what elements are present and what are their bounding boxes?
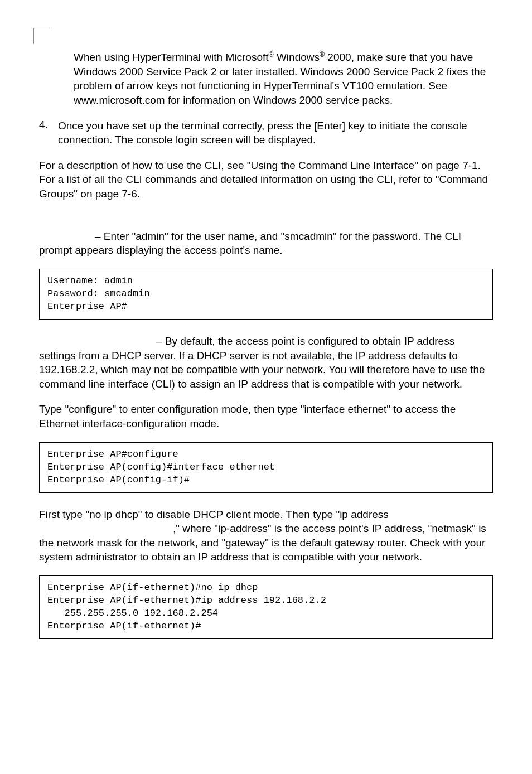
code-dhcp: Enterprise AP(if-ethernet)#no ip dhcp En…	[39, 575, 493, 639]
cli-reference-paragraph: For a description of how to use the CLI,…	[39, 158, 493, 201]
note-text-1: When using HyperTerminal with Microsoft	[74, 51, 269, 63]
step-4-text: Once you have set up the terminal correc…	[58, 119, 493, 147]
note-text-2: Windows	[274, 51, 320, 63]
spacer	[39, 212, 493, 229]
note-hyperterminal: When using HyperTerminal with Microsoft®…	[74, 50, 493, 108]
step-4: 4. Once you have set up the terminal cor…	[39, 119, 493, 147]
code-configure: Enterprise AP#configure Enterprise AP(co…	[39, 442, 493, 493]
dhcp-paragraph: First type "no ip dhcp" to disable DHCP …	[39, 507, 493, 565]
login-text: – Enter "admin" for the user name, and "…	[39, 230, 461, 257]
ip-config-text: – By default, the access point is config…	[39, 335, 485, 390]
login-paragraph: – Enter "admin" for the user name, and "…	[39, 229, 493, 258]
document-page: When using HyperTerminal with Microsoft®…	[0, 0, 532, 774]
reg-symbol-1: ®	[269, 51, 274, 59]
step-4-number: 4.	[39, 119, 58, 147]
dhcp-text-line1: First type "no ip dhcp" to disable DHCP …	[39, 509, 389, 520]
code-login: Username: admin Password: smcadmin Enter…	[39, 269, 493, 320]
ip-config-paragraph: – By default, the access point is config…	[39, 334, 493, 391]
corner-mark	[33, 28, 50, 44]
reg-symbol-2: ®	[320, 51, 325, 59]
configure-mode-paragraph: Type "configure" to enter configuration …	[39, 402, 493, 430]
dhcp-text-line2: ," where "ip-address" is the access poin…	[39, 523, 486, 563]
